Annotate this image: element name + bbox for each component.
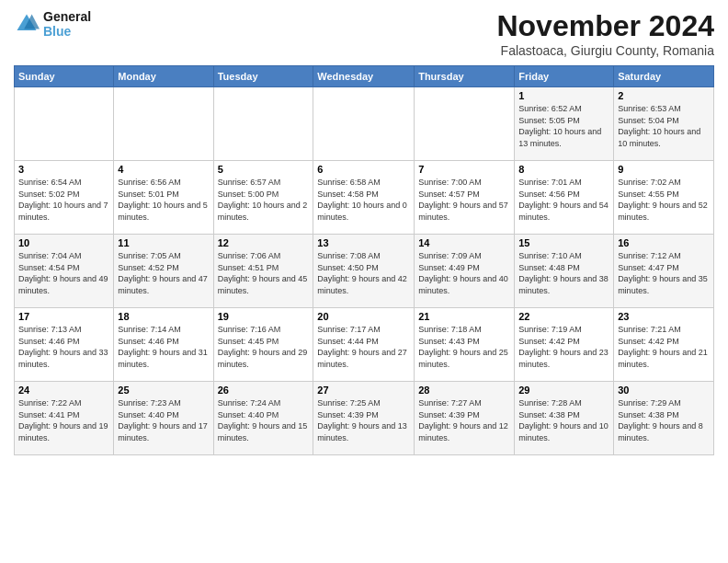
calendar-week-row: 17Sunrise: 7:13 AM Sunset: 4:46 PM Dayli… bbox=[15, 308, 714, 382]
table-row: 13Sunrise: 7:08 AM Sunset: 4:50 PM Dayli… bbox=[313, 235, 415, 308]
day-info: Sunrise: 6:54 AM Sunset: 5:02 PM Dayligh… bbox=[18, 177, 109, 223]
table-row: 3Sunrise: 6:54 AM Sunset: 5:02 PM Daylig… bbox=[15, 161, 114, 235]
day-info: Sunrise: 7:27 AM Sunset: 4:39 PM Dayligh… bbox=[418, 397, 510, 443]
day-number: 2 bbox=[618, 90, 710, 101]
calendar-week-row: 24Sunrise: 7:22 AM Sunset: 4:41 PM Dayli… bbox=[15, 382, 714, 455]
day-number: 21 bbox=[418, 311, 510, 322]
day-info: Sunrise: 7:10 AM Sunset: 4:48 PM Dayligh… bbox=[518, 250, 609, 296]
subtitle: Falastoaca, Giurgiu County, Romania bbox=[496, 43, 714, 58]
day-number: 12 bbox=[218, 237, 310, 248]
logo: General Blue bbox=[14, 9, 91, 39]
day-number: 17 bbox=[18, 311, 109, 322]
day-info: Sunrise: 7:00 AM Sunset: 4:57 PM Dayligh… bbox=[418, 177, 510, 223]
day-info: Sunrise: 7:08 AM Sunset: 4:50 PM Dayligh… bbox=[317, 250, 410, 296]
day-number: 7 bbox=[418, 164, 510, 175]
table-row: 24Sunrise: 7:22 AM Sunset: 4:41 PM Dayli… bbox=[15, 382, 114, 455]
table-row: 21Sunrise: 7:18 AM Sunset: 4:43 PM Dayli… bbox=[415, 308, 515, 382]
table-row: 1Sunrise: 6:52 AM Sunset: 5:05 PM Daylig… bbox=[515, 87, 614, 161]
day-number: 16 bbox=[618, 237, 710, 248]
col-saturday: Saturday bbox=[614, 66, 714, 87]
day-info: Sunrise: 7:01 AM Sunset: 4:56 PM Dayligh… bbox=[518, 177, 609, 223]
table-row: 7Sunrise: 7:00 AM Sunset: 4:57 PM Daylig… bbox=[415, 161, 515, 235]
day-number: 24 bbox=[18, 385, 109, 396]
logo-icon bbox=[14, 11, 40, 37]
table-row: 5Sunrise: 6:57 AM Sunset: 5:00 PM Daylig… bbox=[213, 161, 313, 235]
day-number: 27 bbox=[317, 385, 410, 396]
day-info: Sunrise: 7:05 AM Sunset: 4:52 PM Dayligh… bbox=[118, 250, 209, 296]
table-row: 19Sunrise: 7:16 AM Sunset: 4:45 PM Dayli… bbox=[213, 308, 313, 382]
day-info: Sunrise: 7:23 AM Sunset: 4:40 PM Dayligh… bbox=[118, 397, 209, 443]
day-number: 26 bbox=[218, 385, 310, 396]
day-number: 5 bbox=[218, 164, 310, 175]
day-info: Sunrise: 7:06 AM Sunset: 4:51 PM Dayligh… bbox=[218, 250, 310, 296]
calendar-week-row: 10Sunrise: 7:04 AM Sunset: 4:54 PM Dayli… bbox=[15, 235, 714, 308]
table-row: 29Sunrise: 7:28 AM Sunset: 4:38 PM Dayli… bbox=[515, 382, 614, 455]
calendar: Sunday Monday Tuesday Wednesday Thursday… bbox=[14, 65, 714, 455]
header: General Blue November 2024 Falastoaca, G… bbox=[14, 9, 714, 58]
day-number: 8 bbox=[518, 164, 609, 175]
table-row: 20Sunrise: 7:17 AM Sunset: 4:44 PM Dayli… bbox=[313, 308, 415, 382]
day-info: Sunrise: 7:02 AM Sunset: 4:55 PM Dayligh… bbox=[618, 177, 710, 223]
col-monday: Monday bbox=[114, 66, 213, 87]
table-row: 9Sunrise: 7:02 AM Sunset: 4:55 PM Daylig… bbox=[614, 161, 714, 235]
table-row: 22Sunrise: 7:19 AM Sunset: 4:42 PM Dayli… bbox=[515, 308, 614, 382]
day-info: Sunrise: 7:16 AM Sunset: 4:45 PM Dayligh… bbox=[218, 324, 310, 370]
table-row: 2Sunrise: 6:53 AM Sunset: 5:04 PM Daylig… bbox=[614, 87, 714, 161]
table-row bbox=[415, 87, 515, 161]
day-info: Sunrise: 7:28 AM Sunset: 4:38 PM Dayligh… bbox=[518, 397, 609, 443]
day-info: Sunrise: 7:25 AM Sunset: 4:39 PM Dayligh… bbox=[317, 397, 410, 443]
page: General Blue November 2024 Falastoaca, G… bbox=[0, 0, 728, 563]
col-sunday: Sunday bbox=[15, 66, 114, 87]
day-info: Sunrise: 7:04 AM Sunset: 4:54 PM Dayligh… bbox=[18, 250, 109, 296]
day-info: Sunrise: 6:52 AM Sunset: 5:05 PM Dayligh… bbox=[518, 103, 609, 149]
calendar-week-row: 1Sunrise: 6:52 AM Sunset: 5:05 PM Daylig… bbox=[15, 87, 714, 161]
day-number: 10 bbox=[18, 237, 109, 248]
day-info: Sunrise: 7:24 AM Sunset: 4:40 PM Dayligh… bbox=[218, 397, 310, 443]
day-info: Sunrise: 7:21 AM Sunset: 4:42 PM Dayligh… bbox=[618, 324, 710, 370]
table-row: 17Sunrise: 7:13 AM Sunset: 4:46 PM Dayli… bbox=[15, 308, 114, 382]
day-number: 3 bbox=[18, 164, 109, 175]
day-info: Sunrise: 7:17 AM Sunset: 4:44 PM Dayligh… bbox=[317, 324, 410, 370]
table-row: 8Sunrise: 7:01 AM Sunset: 4:56 PM Daylig… bbox=[515, 161, 614, 235]
day-number: 29 bbox=[518, 385, 609, 396]
day-number: 28 bbox=[418, 385, 510, 396]
logo-text: General Blue bbox=[43, 9, 91, 39]
day-info: Sunrise: 7:09 AM Sunset: 4:49 PM Dayligh… bbox=[418, 250, 510, 296]
day-info: Sunrise: 6:57 AM Sunset: 5:00 PM Dayligh… bbox=[218, 177, 310, 223]
calendar-header-row: Sunday Monday Tuesday Wednesday Thursday… bbox=[15, 66, 714, 87]
table-row: 12Sunrise: 7:06 AM Sunset: 4:51 PM Dayli… bbox=[213, 235, 313, 308]
day-number: 13 bbox=[317, 237, 410, 248]
table-row: 15Sunrise: 7:10 AM Sunset: 4:48 PM Dayli… bbox=[515, 235, 614, 308]
table-row: 6Sunrise: 6:58 AM Sunset: 4:58 PM Daylig… bbox=[313, 161, 415, 235]
day-info: Sunrise: 6:56 AM Sunset: 5:01 PM Dayligh… bbox=[118, 177, 209, 223]
col-wednesday: Wednesday bbox=[313, 66, 415, 87]
day-number: 1 bbox=[518, 90, 609, 101]
table-row: 14Sunrise: 7:09 AM Sunset: 4:49 PM Dayli… bbox=[415, 235, 515, 308]
day-info: Sunrise: 6:53 AM Sunset: 5:04 PM Dayligh… bbox=[618, 103, 710, 149]
day-info: Sunrise: 7:29 AM Sunset: 4:38 PM Dayligh… bbox=[618, 397, 710, 443]
table-row bbox=[15, 87, 114, 161]
table-row: 30Sunrise: 7:29 AM Sunset: 4:38 PM Dayli… bbox=[614, 382, 714, 455]
table-row: 26Sunrise: 7:24 AM Sunset: 4:40 PM Dayli… bbox=[213, 382, 313, 455]
table-row: 23Sunrise: 7:21 AM Sunset: 4:42 PM Dayli… bbox=[614, 308, 714, 382]
day-info: Sunrise: 6:58 AM Sunset: 4:58 PM Dayligh… bbox=[317, 177, 410, 223]
day-number: 22 bbox=[518, 311, 609, 322]
month-title: November 2024 bbox=[496, 9, 714, 43]
table-row: 16Sunrise: 7:12 AM Sunset: 4:47 PM Dayli… bbox=[614, 235, 714, 308]
day-number: 19 bbox=[218, 311, 310, 322]
table-row bbox=[313, 87, 415, 161]
day-info: Sunrise: 7:13 AM Sunset: 4:46 PM Dayligh… bbox=[18, 324, 109, 370]
col-thursday: Thursday bbox=[415, 66, 515, 87]
day-info: Sunrise: 7:22 AM Sunset: 4:41 PM Dayligh… bbox=[18, 397, 109, 443]
table-row: 25Sunrise: 7:23 AM Sunset: 4:40 PM Dayli… bbox=[114, 382, 213, 455]
day-number: 23 bbox=[618, 311, 710, 322]
col-tuesday: Tuesday bbox=[213, 66, 313, 87]
table-row: 28Sunrise: 7:27 AM Sunset: 4:39 PM Dayli… bbox=[415, 382, 515, 455]
day-info: Sunrise: 7:14 AM Sunset: 4:46 PM Dayligh… bbox=[118, 324, 209, 370]
day-info: Sunrise: 7:18 AM Sunset: 4:43 PM Dayligh… bbox=[418, 324, 510, 370]
col-friday: Friday bbox=[515, 66, 614, 87]
day-number: 30 bbox=[618, 385, 710, 396]
day-number: 18 bbox=[118, 311, 209, 322]
table-row bbox=[213, 87, 313, 161]
day-number: 6 bbox=[317, 164, 410, 175]
